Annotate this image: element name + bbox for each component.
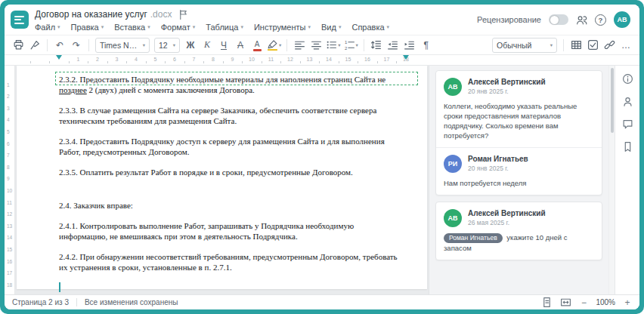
review-toggle[interactable] xyxy=(549,14,568,25)
app-window: Договор на оказание услуг.docx Файл▾Прав… xyxy=(5,5,639,309)
formatting-marks-button[interactable]: ¶ xyxy=(419,38,434,53)
font-family-select[interactable]: Times New▾ xyxy=(95,38,150,53)
chevron-down-icon: ▾ xyxy=(143,42,145,48)
menu-file-label: Файл xyxy=(35,23,55,32)
ruler-tick xyxy=(300,61,301,63)
ruler-number: 16 xyxy=(364,57,370,62)
comments-icon[interactable] xyxy=(622,119,633,130)
font-color-button[interactable]: А xyxy=(249,38,265,53)
app-logo[interactable] xyxy=(11,11,29,29)
ruler-number: 4 xyxy=(135,57,138,62)
flag-icon[interactable] xyxy=(178,9,189,20)
assistant-icon[interactable] xyxy=(622,96,633,107)
ruler-tick xyxy=(49,61,50,63)
comment-thread-2[interactable]: АВАлексей Вертинский26 мая 2025 г.Роман … xyxy=(435,202,602,260)
ruler-number: 6 xyxy=(7,141,10,146)
comment-date: 20 янв 2025 г. xyxy=(468,88,546,96)
highlight-color-button[interactable]: ▾ xyxy=(266,38,282,53)
zoom-out-button[interactable]: − xyxy=(579,297,588,308)
chevron-down-icon: ▾ xyxy=(356,42,358,48)
zoom-in-button[interactable]: + xyxy=(623,297,632,308)
indent-decrease-button[interactable] xyxy=(385,38,401,53)
paragraph-2-4-2: 2.4.2. При обнаружении несоответствий тр… xyxy=(59,251,406,272)
comment-avatar: АВ xyxy=(444,209,462,227)
ruler-tick xyxy=(203,61,204,63)
info-icon[interactable] xyxy=(622,73,633,85)
strikethrough-button[interactable]: А xyxy=(233,38,248,53)
collaboration-icon[interactable] xyxy=(576,14,587,26)
indent-increase-button[interactable] xyxy=(402,38,417,53)
ruler-number: 16 xyxy=(7,259,12,264)
font-size-select-value: 12 xyxy=(159,41,169,50)
bookmarks-icon[interactable] xyxy=(622,141,633,152)
comment-date: 26 мая 2025 г. xyxy=(468,219,546,227)
menu-table[interactable]: Таблица▾ xyxy=(206,23,243,32)
ruler-number: 7 xyxy=(193,57,196,62)
indent-marker-right[interactable] xyxy=(403,55,409,60)
formatting-toolbar: ↶↷Times New▾12▾ЖКЧАА▾▾12▾¶Обычный▾… xyxy=(5,35,639,55)
menu-format[interactable]: Формат▾ xyxy=(161,23,196,32)
ruler-number: 13 xyxy=(307,57,313,62)
line-spacing-button[interactable] xyxy=(369,38,384,53)
ruler-number: 10 xyxy=(7,188,12,193)
comment-text: Нам потребуется неделя xyxy=(444,178,594,188)
horizontal-ruler[interactable]: 123456789101112131415161718 xyxy=(5,55,639,66)
format-painter-button[interactable] xyxy=(27,38,42,53)
paragraph-2-4-1: 2.4.1. Контролировать выполнение Работ, … xyxy=(59,220,406,242)
more-tools-button[interactable]: … xyxy=(618,38,633,53)
menu-edit[interactable]: Правка▾ xyxy=(71,23,104,32)
fit-page-button[interactable] xyxy=(541,297,553,308)
menu-tools-label: Инструменты xyxy=(254,23,306,32)
ruler-tick xyxy=(358,61,358,63)
ruler-tick xyxy=(184,61,185,63)
user-avatar[interactable]: АВ xyxy=(614,11,630,28)
ruler-tick xyxy=(165,61,166,63)
zoom-level[interactable]: 100% xyxy=(596,298,615,306)
align-center-button[interactable] xyxy=(308,38,324,53)
help-icon[interactable]: ? xyxy=(595,14,606,26)
checkbox-button[interactable] xyxy=(585,38,600,53)
comment-thread-1[interactable]: АВАлексей Вертинский20 янв 2025 г.Коллег… xyxy=(435,70,602,195)
paragraph-2-4: 2.4. Заказчик вправе: xyxy=(59,200,406,211)
document-extension: .docx xyxy=(150,9,172,20)
vertical-ruler[interactable]: 123456789101112131415161718 xyxy=(5,66,15,294)
align-left-button[interactable] xyxy=(292,38,307,53)
fit-width-button[interactable] xyxy=(560,297,571,308)
text-cursor xyxy=(59,282,60,292)
undo-button[interactable]: ↶ xyxy=(52,38,67,53)
print-button[interactable] xyxy=(11,38,26,53)
ruler-tick xyxy=(69,61,70,63)
comment-author: Роман Игнатьев xyxy=(468,155,528,164)
chevron-down-icon: ▾ xyxy=(339,24,342,30)
ruler-number: 2 xyxy=(96,57,99,62)
ruler-tick xyxy=(107,61,108,63)
redo-button[interactable]: ↷ xyxy=(69,38,84,53)
paragraph-2-3-4: 2.3.4. Предоставить Подрядчику доступ к … xyxy=(59,136,406,157)
underline-button[interactable]: Ч xyxy=(216,38,231,53)
menu-insert[interactable]: Вставка▾ xyxy=(114,23,150,32)
document-title[interactable]: Договор на оказание услуг xyxy=(35,9,147,20)
text-run: 2.3.3. В случае размещения Сайта на серв… xyxy=(59,106,376,115)
scrollbar-thumb[interactable] xyxy=(611,68,614,133)
review-mode-label: Рецензирование xyxy=(477,15,541,24)
indent-marker-left[interactable] xyxy=(56,55,62,60)
italic-button[interactable]: К xyxy=(200,38,215,53)
bold-button[interactable]: Ж xyxy=(183,38,198,53)
ruler-number: 6 xyxy=(173,57,176,62)
menu-file[interactable]: Файл▾ xyxy=(35,23,60,32)
document-page[interactable]: 2.3.2. Предоставить Подрядчику необходим… xyxy=(17,66,427,289)
insert-link-button[interactable] xyxy=(602,38,617,53)
text-run: 2.3.4. Предоставить Подрядчику доступ к … xyxy=(59,137,385,146)
bullet-list-button[interactable]: ▾ xyxy=(325,38,341,53)
numbered-list-button[interactable]: 12▾ xyxy=(343,38,359,53)
insert-table-button[interactable] xyxy=(568,38,584,53)
paragraph-style-select[interactable]: Обычный▾ xyxy=(492,38,557,53)
comments-scrollbar[interactable] xyxy=(608,66,615,294)
chevron-down-icon: ▾ xyxy=(240,24,243,30)
ruler-tick xyxy=(262,61,262,63)
menu-view[interactable]: Вид▾ xyxy=(321,23,341,32)
font-size-select[interactable]: 12▾ xyxy=(154,38,180,53)
svg-text:2: 2 xyxy=(345,46,347,51)
menu-help[interactable]: Справка▾ xyxy=(351,23,389,32)
menu-tools[interactable]: Инструменты▾ xyxy=(254,23,311,32)
